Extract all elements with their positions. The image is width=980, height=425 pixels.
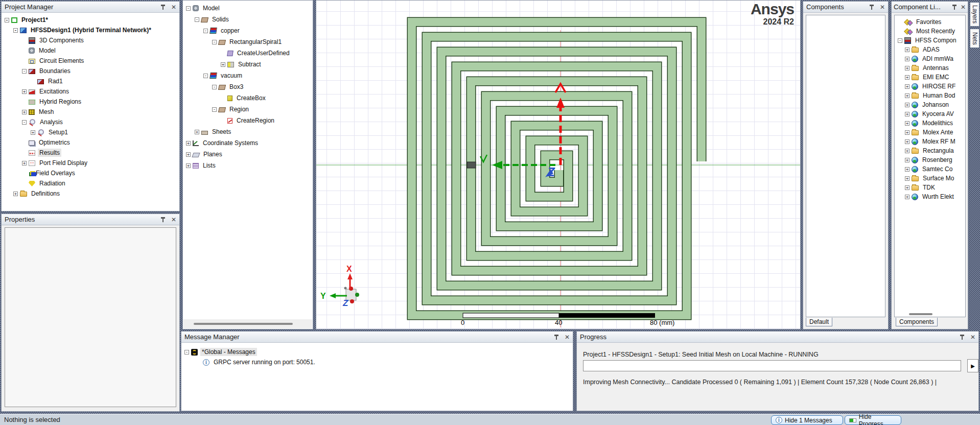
- pin-icon[interactable]: [160, 217, 166, 223]
- tree-expander[interactable]: +: [905, 121, 909, 126]
- tree-item[interactable]: -Region: [183, 104, 313, 115]
- tree-item[interactable]: 3D Components: [2, 35, 179, 45]
- tree-expander[interactable]: +: [905, 93, 909, 98]
- tree-item[interactable]: +Samtec Co: [895, 164, 965, 174]
- hide-progress-button[interactable]: Hide Progress: [845, 415, 901, 425]
- scrollbar-thumb[interactable]: [194, 323, 293, 325]
- tree-item[interactable]: +TDK: [895, 183, 965, 192]
- message-group-row[interactable]: - *Global - Messages: [184, 347, 573, 357]
- tree-expander[interactable]: +: [905, 66, 909, 70]
- tree-item[interactable]: +Port Field Display: [2, 158, 179, 168]
- tree-item[interactable]: Field Overlays: [2, 168, 179, 178]
- pin-icon[interactable]: [960, 334, 965, 340]
- tree-item[interactable]: +Rectangula: [895, 146, 965, 155]
- message-row[interactable]: GRPC server running on port: 50051.: [184, 357, 573, 367]
- tree-item[interactable]: +Human Bod: [895, 91, 965, 100]
- component-libraries-listbox[interactable]: FavoritesMost Recently-HFSS Compon+ADAS+…: [894, 15, 966, 317]
- tree-expander[interactable]: +: [186, 152, 191, 157]
- tab-layers[interactable]: Layers: [970, 2, 979, 27]
- tab-components[interactable]: Components: [896, 318, 938, 326]
- tree-item[interactable]: +Setup1: [2, 127, 179, 137]
- tree-expander[interactable]: +: [905, 176, 909, 181]
- tree-expander[interactable]: +: [905, 112, 909, 116]
- tree-expander[interactable]: -: [203, 74, 208, 78]
- model-tree-hscrollbar[interactable]: [183, 319, 312, 328]
- tree-item[interactable]: Radiation: [2, 178, 179, 188]
- tree-item[interactable]: -Boundaries: [2, 66, 179, 76]
- tree-expander[interactable]: +: [22, 110, 27, 114]
- tree-item[interactable]: -HFSS Compon: [895, 36, 965, 45]
- tree-item[interactable]: Rad1: [2, 76, 179, 86]
- tree-item[interactable]: +Sheets: [183, 126, 313, 137]
- tree-expander[interactable]: -: [5, 18, 9, 22]
- tree-item[interactable]: Model: [2, 45, 179, 56]
- close-icon[interactable]: ✕: [171, 217, 176, 223]
- tree-expander[interactable]: +: [195, 130, 199, 134]
- tree-item[interactable]: +EMI EMC: [895, 73, 965, 82]
- tree-expander[interactable]: +: [905, 75, 909, 80]
- close-icon[interactable]: ✕: [880, 4, 885, 10]
- tree-item[interactable]: -copper: [183, 25, 313, 36]
- tree-item[interactable]: +Rosenberg: [895, 155, 965, 164]
- tree-expander[interactable]: -: [13, 28, 18, 33]
- tree-expander[interactable]: -: [195, 17, 199, 22]
- tree-expander[interactable]: -: [212, 107, 217, 112]
- tree-item[interactable]: +HIROSE RF: [895, 82, 965, 91]
- hide-messages-button[interactable]: Hide 1 Messages: [771, 415, 843, 425]
- tree-item[interactable]: +Molex Ante: [895, 128, 965, 137]
- spiral-inductor[interactable]: [412, 22, 702, 315]
- tree-item[interactable]: Circuit Elements: [2, 56, 179, 66]
- tree-expander[interactable]: +: [22, 89, 27, 94]
- tree-item[interactable]: -vacuum: [183, 70, 313, 81]
- close-icon[interactable]: ✕: [565, 334, 570, 340]
- tree-expander[interactable]: -: [184, 350, 189, 355]
- tree-item[interactable]: +Excitations: [2, 86, 179, 97]
- tree-item[interactable]: -Solids: [183, 14, 313, 25]
- tree-expander[interactable]: +: [31, 130, 35, 135]
- tree-expander[interactable]: -: [22, 69, 27, 74]
- tree-item[interactable]: CreateUserDefined: [183, 48, 313, 59]
- components-listbox[interactable]: [806, 15, 885, 317]
- scrollbar-thumb[interactable]: [909, 313, 932, 315]
- tree-expander[interactable]: -: [212, 85, 217, 89]
- tree-item[interactable]: +Antennas: [895, 63, 965, 73]
- tree-expander[interactable]: +: [13, 192, 18, 196]
- tree-expander[interactable]: +: [905, 130, 909, 135]
- tree-item[interactable]: Optimetrics: [2, 137, 179, 148]
- close-icon[interactable]: ✕: [171, 4, 176, 10]
- tree-item[interactable]: +ADI mmWa: [895, 54, 965, 63]
- tree-expander[interactable]: +: [905, 195, 909, 199]
- tree-item[interactable]: +Planes: [183, 149, 313, 160]
- tree-item[interactable]: -Project1*: [2, 15, 179, 25]
- tree-item[interactable]: -Model: [183, 3, 313, 14]
- tree-expander[interactable]: +: [905, 48, 909, 52]
- tree-item[interactable]: -Analysis: [2, 117, 179, 127]
- tree-expander[interactable]: +: [905, 139, 909, 144]
- tree-expander[interactable]: +: [221, 62, 225, 67]
- tree-item[interactable]: +Definitions: [2, 188, 179, 199]
- tree-expander[interactable]: -: [203, 29, 208, 33]
- tree-expander[interactable]: +: [22, 161, 27, 166]
- tree-item[interactable]: -RectangularSpiral1: [183, 36, 313, 48]
- tree-item[interactable]: -HFSSDesign1 (Hybrid Terminal Network)*: [2, 25, 179, 35]
- tree-item[interactable]: Hybrid Regions: [2, 97, 179, 107]
- tree-expander[interactable]: -: [186, 6, 191, 11]
- tree-expander[interactable]: +: [905, 103, 909, 107]
- tree-item[interactable]: CreateRegion: [183, 115, 313, 126]
- tree-expander[interactable]: +: [905, 167, 909, 172]
- tree-expander[interactable]: +: [905, 149, 909, 153]
- tree-expander[interactable]: -: [22, 120, 27, 125]
- pin-icon[interactable]: [160, 4, 166, 10]
- tab-nets[interactable]: Nets: [970, 29, 979, 48]
- selection-handle[interactable]: [467, 162, 476, 168]
- tree-item[interactable]: Results: [2, 148, 179, 158]
- tree-item[interactable]: Most Recently: [895, 27, 965, 36]
- modeler-viewport[interactable]: Z 0 40 80 (mm) X Y Z Ansys 2024 R2: [316, 0, 801, 329]
- tree-item[interactable]: CreateBox: [183, 92, 313, 104]
- tree-item[interactable]: +Wurth Elekt: [895, 192, 965, 201]
- tree-item[interactable]: +Lists: [183, 160, 313, 171]
- tree-expander[interactable]: +: [905, 84, 909, 89]
- tree-expander[interactable]: +: [905, 57, 909, 61]
- close-icon[interactable]: ✕: [961, 4, 966, 10]
- tree-item[interactable]: Favorites: [895, 17, 965, 27]
